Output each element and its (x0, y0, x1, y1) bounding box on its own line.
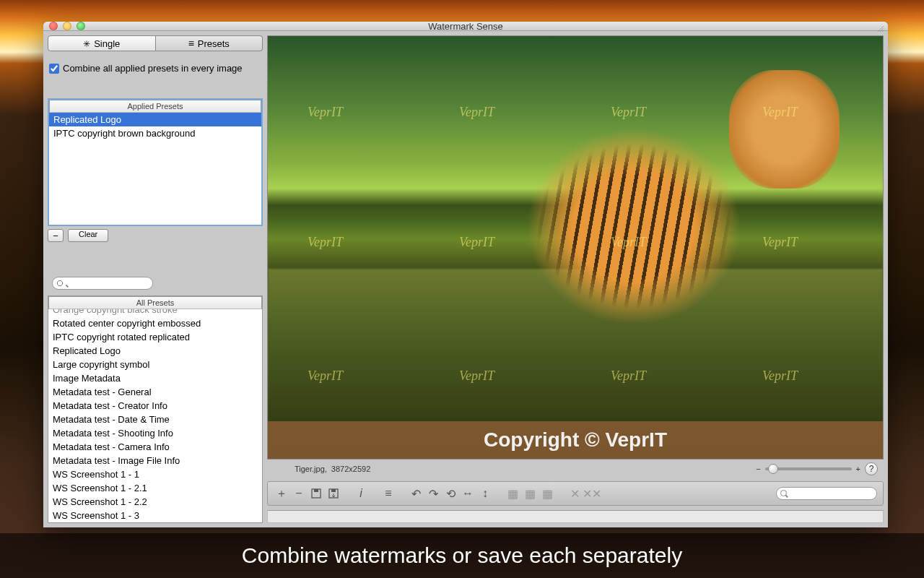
mode-presets-button[interactable]: Presets (156, 35, 263, 51)
mode-presets-label: Presets (198, 38, 230, 49)
applied-preset-row[interactable]: Replicated Logo (49, 113, 261, 126)
rotate-right-button[interactable]: ↷ (425, 486, 441, 501)
all-preset-row[interactable]: WS Screenshot 1 - 1 (48, 467, 262, 481)
mode-single-button[interactable]: Single (48, 35, 156, 51)
all-presets-list[interactable]: Orange copyright black strokeRotated cen… (48, 309, 262, 522)
status-filename: Tiger.jpg, (295, 465, 327, 473)
applied-presets-header: Applied Presets (49, 100, 261, 113)
info-button[interactable]: i (353, 486, 369, 501)
applied-preset-row[interactable]: IPTC copyright brown background (49, 126, 261, 140)
watermark-logo: VeprIT (762, 105, 798, 120)
watermark-logo: VeprIT (611, 368, 646, 384)
zoom-out-button[interactable]: − (756, 465, 760, 473)
zoom-control: − + (756, 465, 860, 473)
save-button[interactable] (308, 486, 324, 501)
watermark-logo: VeprIT (308, 105, 343, 120)
applied-presets-list[interactable]: Replicated LogoIPTC copyright brown back… (49, 113, 261, 225)
remove-watermark-button[interactable]: − (291, 486, 307, 501)
promo-caption: Combine watermarks or save each separate… (0, 533, 924, 578)
list-icon (188, 38, 194, 49)
watermark-toolbar: ＋ − i ≡ ↶ ↷ ⟲ ↔ ↕ ▦ ▦ ▦ ✕ ✕✕ (267, 481, 884, 506)
add-watermark-button[interactable]: ＋ (274, 486, 289, 501)
remove-preset-button[interactable]: − (48, 229, 64, 242)
combine-presets-label: Combine all applied presets in every ima… (63, 63, 243, 74)
all-preset-row[interactable]: Orange copyright black stroke (48, 309, 262, 316)
all-preset-row[interactable]: IPTC copyright rotated replicated (48, 330, 262, 344)
mode-segmented-control: Single Presets (48, 35, 263, 51)
all-preset-row[interactable]: WS Screenshot 1 - 3 (48, 509, 262, 522)
zoom-slider-thumb[interactable] (768, 464, 778, 474)
window-title: Watermark Sense (43, 21, 888, 32)
clear-all-button[interactable]: ✕✕ (584, 486, 600, 501)
rotate-left-button[interactable]: ↶ (408, 486, 424, 501)
all-presets-header: All Presets (48, 296, 262, 309)
watermark-list-area[interactable] (267, 510, 884, 523)
traffic-lights (49, 22, 85, 30)
tile-button[interactable]: ▦ (505, 486, 520, 501)
search-wrap (52, 277, 153, 290)
toolbar-search-wrap (776, 487, 877, 500)
all-preset-row[interactable]: Metadata test - Shooting Info (48, 426, 262, 440)
watermark-logo: VeprIT (611, 105, 646, 120)
status-dimensions: 3872x2592 (331, 465, 370, 473)
help-button[interactable]: ? (865, 462, 878, 475)
flip-horizontal-button[interactable]: ↔ (460, 486, 476, 501)
tile-alt-button[interactable]: ▦ (522, 486, 538, 501)
watermark-logo: VeprIT (459, 105, 494, 120)
gear-icon (83, 38, 90, 49)
watermark-logo: VeprIT (762, 368, 798, 384)
watermark-logo: VeprIT (762, 235, 798, 250)
watermark-logo: VeprIT (459, 235, 494, 250)
all-preset-row[interactable]: Metadata test - General (48, 385, 262, 399)
mode-single-label: Single (94, 38, 120, 49)
copyright-band: Copyright © VeprIT (268, 421, 883, 459)
watermark-logo: VeprIT (308, 235, 343, 250)
sidebar: Single Presets Combine all applied prese… (43, 31, 267, 527)
preview-image[interactable]: VeprITVeprITVeprITVeprITVeprITVeprITVepr… (268, 36, 883, 459)
clear-presets-button[interactable]: Clear (68, 229, 108, 242)
svg-rect-1 (314, 489, 318, 492)
all-preset-row[interactable]: Metadata test - Image File Info (48, 454, 262, 467)
preview-panel: VeprITVeprITVeprITVeprITVeprITVeprITVepr… (267, 35, 884, 460)
zoom-in-button[interactable]: + (856, 465, 860, 473)
resize-icon (876, 25, 885, 33)
all-preset-row[interactable]: Metadata test - Camera Info (48, 440, 262, 454)
rotate-180-button[interactable]: ⟲ (443, 486, 458, 501)
all-preset-row[interactable]: Rotated center copyright embossed (48, 316, 262, 330)
preset-search-input[interactable] (52, 277, 153, 290)
toolbar-search-input[interactable] (776, 487, 877, 500)
clear-wm-button[interactable]: ✕ (567, 486, 583, 501)
titlebar: Watermark Sense (43, 22, 888, 31)
all-preset-row[interactable]: Large copyright symbol (48, 358, 262, 371)
all-preset-row[interactable]: Metadata test - Date & Time (48, 413, 262, 426)
minimize-button[interactable] (63, 22, 71, 30)
content-area: Single Presets Combine all applied prese… (43, 31, 888, 527)
combine-presets-checkbox[interactable] (49, 64, 59, 74)
minus-icon: − (53, 230, 58, 241)
app-window: Watermark Sense Single Presets Combine a… (43, 22, 888, 527)
combine-presets-checkbox-row[interactable]: Combine all applied presets in every ima… (43, 56, 267, 77)
applied-presets-panel: Applied Presets Replicated LogoIPTC copy… (48, 98, 263, 226)
applied-presets-controls: − Clear (48, 229, 263, 242)
search-row (48, 261, 263, 293)
all-preset-row[interactable]: WS Screenshot 1 - 2.1 (48, 481, 262, 495)
close-button[interactable] (49, 22, 58, 30)
all-preset-row[interactable]: Image Metadata (48, 371, 262, 385)
all-preset-row[interactable]: WS Screenshot 1 - 2.2 (48, 495, 262, 509)
zoom-button[interactable] (77, 22, 85, 30)
flip-vertical-button[interactable]: ↕ (477, 486, 493, 501)
save-as-button[interactable] (326, 486, 341, 501)
svg-rect-3 (331, 489, 336, 492)
zoom-slider[interactable] (765, 467, 852, 470)
all-presets-panel: All Presets Orange copyright black strok… (48, 296, 263, 523)
align-button[interactable]: ≡ (380, 486, 396, 501)
watermark-logo: VeprIT (611, 235, 646, 250)
tiger-head-shape (729, 70, 840, 189)
all-preset-row[interactable]: Metadata test - Creator Info (48, 399, 262, 413)
all-preset-row[interactable]: Replicated Logo (48, 344, 262, 358)
tile-alt2-button[interactable]: ▦ (539, 486, 555, 501)
watermark-logo: VeprIT (308, 368, 343, 384)
main-area: VeprITVeprITVeprITVeprITVeprITVeprITVepr… (267, 31, 888, 527)
status-bar: Tiger.jpg, 3872x2592 − + ? (267, 461, 884, 477)
watermark-logo: VeprIT (459, 368, 494, 384)
